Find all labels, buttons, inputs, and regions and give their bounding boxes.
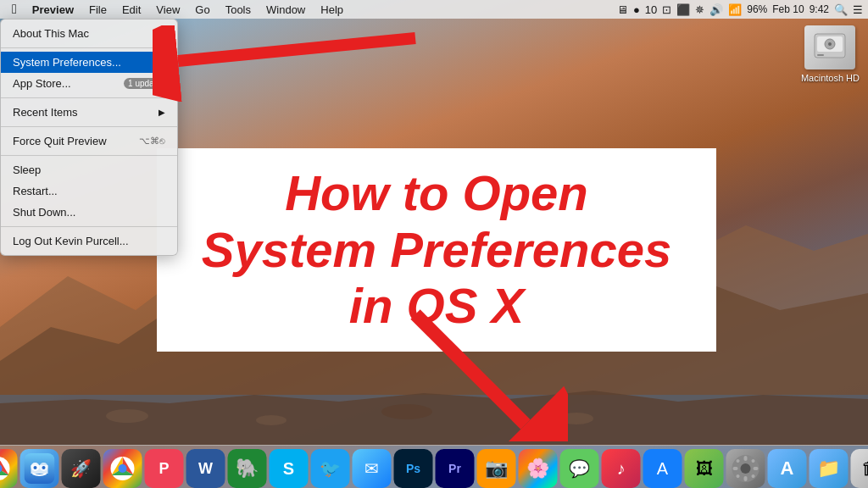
menubar-help[interactable]: Help: [314, 2, 350, 18]
dock-item-iphoto[interactable]: 🖼: [685, 449, 724, 488]
svg-point-4: [106, 409, 148, 423]
overlay-text-box: How to Open System Preferences in OS X: [157, 148, 716, 352]
menubar-tools[interactable]: Tools: [219, 2, 258, 18]
svg-rect-31: [744, 456, 748, 461]
dock-item-premiere[interactable]: Pr: [436, 449, 475, 488]
menu-item-appstore[interactable]: App Store... 1 update: [1, 73, 177, 94]
dock: 🚀 P W 🐘 S 🐦 ✉: [0, 445, 868, 488]
dock-item-images[interactable]: 📷: [477, 449, 516, 488]
dock-item-evernote[interactable]: 🐘: [228, 449, 267, 488]
svg-rect-23: [31, 465, 48, 474]
force-quit-shortcut: ⌥⌘⎋: [139, 136, 165, 147]
dock-item-word[interactable]: W: [186, 449, 225, 488]
dock-item-folder-a[interactable]: A: [768, 449, 807, 488]
menubar-right: 🖥 ● 10 ⊡ ⬛ ✵ 🔊 📶 96% Feb 10 9:42 🔍 ☰: [617, 3, 863, 16]
menubar-date: Feb 10: [772, 3, 804, 15]
dock-item-pocket[interactable]: P: [145, 449, 184, 488]
desktop:  Preview File Edit View Go Tools Window…: [0, 0, 868, 488]
menu-separator-1: [1, 47, 177, 48]
svg-rect-34: [754, 467, 759, 470]
menubar-view[interactable]: View: [149, 2, 186, 18]
svg-point-6: [381, 404, 432, 419]
menubar-file[interactable]: File: [82, 2, 114, 18]
overlay-heading: How to Open System Preferences in OS X: [182, 165, 691, 335]
menu-item-system-prefs[interactable]: System Preferences...: [1, 52, 177, 73]
apple-dropdown-menu: About This Mac System Preferences... App…: [0, 19, 178, 256]
dock-item-photos[interactable]: 🌸: [519, 449, 558, 488]
menu-separator-3: [1, 126, 177, 127]
svg-point-30: [741, 463, 751, 474]
svg-point-15: [828, 42, 832, 46]
dock-item-itunes[interactable]: ♪: [602, 449, 641, 488]
menu-item-recent-items[interactable]: Recent Items ▶: [1, 102, 177, 123]
airdrop-icon[interactable]: ⊡: [662, 3, 671, 16]
notification-icon[interactable]: 10: [645, 3, 657, 16]
hd-label: Macintosh HD: [801, 73, 860, 83]
menubar-edit[interactable]: Edit: [115, 2, 147, 18]
menubar-window[interactable]: Window: [259, 2, 312, 18]
volume-icon[interactable]: 🔊: [709, 3, 723, 16]
menu-separator-4: [1, 155, 177, 156]
dock-item-mail[interactable]: ✉: [353, 449, 392, 488]
svg-rect-32: [744, 476, 748, 481]
battery-percentage: 96%: [747, 3, 767, 15]
menu-separator-2: [1, 97, 177, 98]
bluetooth-icon[interactable]: ✵: [695, 3, 704, 16]
dock-item-finder[interactable]: [20, 449, 59, 488]
dock-item-trash[interactable]: 🗑: [851, 449, 869, 488]
svg-rect-16: [817, 54, 824, 56]
submenu-arrow-icon: ▶: [159, 108, 165, 117]
svg-point-24: [34, 466, 37, 469]
red-arrow-top: [153, 25, 424, 102]
dock-item-folder[interactable]: 📁: [810, 449, 849, 488]
menubar-app-name[interactable]: Preview: [25, 2, 81, 18]
apple-icon[interactable]: : [5, 2, 24, 17]
dock-item-sysprefs[interactable]: [726, 449, 765, 488]
menu-separator-5: [1, 226, 177, 227]
bullet-icon: ●: [633, 3, 640, 16]
dock-item-skype[interactable]: S: [270, 449, 309, 488]
wifi-icon[interactable]: 📶: [728, 3, 742, 16]
svg-line-9: [178, 38, 415, 61]
notification-center-icon[interactable]: ☰: [853, 3, 863, 16]
dock-item-chrome2[interactable]: [103, 449, 142, 488]
dock-item-messages[interactable]: 💬: [560, 449, 599, 488]
dock-item-appstore[interactable]: A: [643, 449, 682, 488]
svg-point-25: [42, 466, 46, 469]
dock-item-chrome[interactable]: [0, 449, 18, 488]
menubar-time: 9:42: [810, 3, 829, 15]
svg-point-5: [256, 415, 287, 425]
menu-item-logout[interactable]: Log Out Kevin Purcell...: [1, 230, 177, 252]
display-icon[interactable]: 🖥: [617, 3, 628, 16]
menubar-go[interactable]: Go: [188, 2, 216, 18]
menu-item-sleep[interactable]: Sleep: [1, 159, 177, 180]
airplay-icon[interactable]: ⬛: [676, 3, 690, 16]
menu-item-about[interactable]: About This Mac: [1, 23, 177, 44]
svg-point-28: [119, 464, 127, 473]
menubar:  Preview File Edit View Go Tools Window…: [0, 0, 868, 19]
menu-item-restart[interactable]: Restart...: [1, 180, 177, 202]
hd-drive-icon: [804, 25, 855, 69]
appstore-badge: 1 update: [124, 78, 165, 89]
svg-point-7: [559, 413, 593, 424]
dock-item-photoshop[interactable]: Ps: [394, 449, 433, 488]
menu-item-shutdown[interactable]: Shut Down...: [1, 202, 177, 223]
menu-item-force-quit[interactable]: Force Quit Preview ⌥⌘⎋: [1, 130, 177, 152]
macintosh-hd-icon[interactable]: Macintosh HD: [801, 25, 860, 83]
search-icon[interactable]: 🔍: [834, 3, 848, 16]
svg-rect-33: [733, 467, 738, 470]
dock-item-twitter[interactable]: 🐦: [311, 449, 350, 488]
dock-item-launchpad[interactable]: 🚀: [62, 449, 101, 488]
